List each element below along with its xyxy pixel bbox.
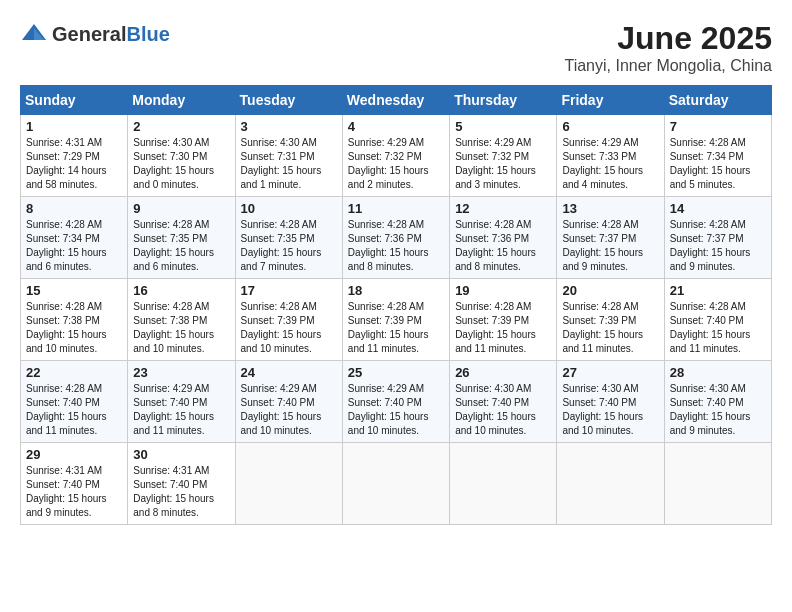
day-info: Sunrise: 4:29 AMSunset: 7:40 PMDaylight:… <box>241 383 322 436</box>
day-info: Sunrise: 4:28 AMSunset: 7:37 PMDaylight:… <box>670 219 751 272</box>
day-info: Sunrise: 4:31 AMSunset: 7:40 PMDaylight:… <box>26 465 107 518</box>
location: Tianyi, Inner Mongolia, China <box>564 57 772 75</box>
day-info: Sunrise: 4:28 AMSunset: 7:34 PMDaylight:… <box>670 137 751 190</box>
table-row: 11Sunrise: 4:28 AMSunset: 7:36 PMDayligh… <box>342 197 449 279</box>
col-friday: Friday <box>557 86 664 115</box>
day-info: Sunrise: 4:28 AMSunset: 7:39 PMDaylight:… <box>562 301 643 354</box>
day-info: Sunrise: 4:29 AMSunset: 7:33 PMDaylight:… <box>562 137 643 190</box>
table-row: 9Sunrise: 4:28 AMSunset: 7:35 PMDaylight… <box>128 197 235 279</box>
table-row: 29Sunrise: 4:31 AMSunset: 7:40 PMDayligh… <box>21 443 128 525</box>
day-info: Sunrise: 4:28 AMSunset: 7:37 PMDaylight:… <box>562 219 643 272</box>
day-number: 24 <box>241 365 337 380</box>
day-info: Sunrise: 4:29 AMSunset: 7:32 PMDaylight:… <box>348 137 429 190</box>
day-number: 3 <box>241 119 337 134</box>
month-year: June 2025 <box>564 20 772 57</box>
table-row: 30Sunrise: 4:31 AMSunset: 7:40 PMDayligh… <box>128 443 235 525</box>
logo: GeneralBlue <box>20 20 170 48</box>
day-number: 19 <box>455 283 551 298</box>
table-row: 16Sunrise: 4:28 AMSunset: 7:38 PMDayligh… <box>128 279 235 361</box>
table-row: 2Sunrise: 4:30 AMSunset: 7:30 PMDaylight… <box>128 115 235 197</box>
col-sunday: Sunday <box>21 86 128 115</box>
table-row: 21Sunrise: 4:28 AMSunset: 7:40 PMDayligh… <box>664 279 771 361</box>
logo-icon <box>20 20 48 48</box>
table-row: 13Sunrise: 4:28 AMSunset: 7:37 PMDayligh… <box>557 197 664 279</box>
day-info: Sunrise: 4:31 AMSunset: 7:29 PMDaylight:… <box>26 137 107 190</box>
calendar-week-row: 8Sunrise: 4:28 AMSunset: 7:34 PMDaylight… <box>21 197 772 279</box>
table-row: 17Sunrise: 4:28 AMSunset: 7:39 PMDayligh… <box>235 279 342 361</box>
table-row: 20Sunrise: 4:28 AMSunset: 7:39 PMDayligh… <box>557 279 664 361</box>
calendar-week-row: 29Sunrise: 4:31 AMSunset: 7:40 PMDayligh… <box>21 443 772 525</box>
day-info: Sunrise: 4:28 AMSunset: 7:34 PMDaylight:… <box>26 219 107 272</box>
table-row <box>450 443 557 525</box>
calendar-week-row: 22Sunrise: 4:28 AMSunset: 7:40 PMDayligh… <box>21 361 772 443</box>
day-number: 22 <box>26 365 122 380</box>
day-number: 20 <box>562 283 658 298</box>
day-info: Sunrise: 4:28 AMSunset: 7:35 PMDaylight:… <box>133 219 214 272</box>
day-info: Sunrise: 4:28 AMSunset: 7:38 PMDaylight:… <box>133 301 214 354</box>
table-row <box>235 443 342 525</box>
day-info: Sunrise: 4:28 AMSunset: 7:35 PMDaylight:… <box>241 219 322 272</box>
col-wednesday: Wednesday <box>342 86 449 115</box>
col-saturday: Saturday <box>664 86 771 115</box>
logo-blue: Blue <box>126 23 169 45</box>
day-info: Sunrise: 4:29 AMSunset: 7:40 PMDaylight:… <box>348 383 429 436</box>
day-info: Sunrise: 4:31 AMSunset: 7:40 PMDaylight:… <box>133 465 214 518</box>
day-number: 8 <box>26 201 122 216</box>
day-number: 17 <box>241 283 337 298</box>
day-info: Sunrise: 4:28 AMSunset: 7:39 PMDaylight:… <box>348 301 429 354</box>
day-number: 27 <box>562 365 658 380</box>
table-row: 8Sunrise: 4:28 AMSunset: 7:34 PMDaylight… <box>21 197 128 279</box>
day-info: Sunrise: 4:30 AMSunset: 7:40 PMDaylight:… <box>562 383 643 436</box>
day-number: 4 <box>348 119 444 134</box>
table-row: 10Sunrise: 4:28 AMSunset: 7:35 PMDayligh… <box>235 197 342 279</box>
table-row: 28Sunrise: 4:30 AMSunset: 7:40 PMDayligh… <box>664 361 771 443</box>
day-number: 5 <box>455 119 551 134</box>
table-row: 18Sunrise: 4:28 AMSunset: 7:39 PMDayligh… <box>342 279 449 361</box>
day-info: Sunrise: 4:29 AMSunset: 7:40 PMDaylight:… <box>133 383 214 436</box>
day-info: Sunrise: 4:28 AMSunset: 7:36 PMDaylight:… <box>455 219 536 272</box>
table-row: 7Sunrise: 4:28 AMSunset: 7:34 PMDaylight… <box>664 115 771 197</box>
table-row: 4Sunrise: 4:29 AMSunset: 7:32 PMDaylight… <box>342 115 449 197</box>
day-number: 23 <box>133 365 229 380</box>
col-thursday: Thursday <box>450 86 557 115</box>
day-number: 12 <box>455 201 551 216</box>
day-number: 30 <box>133 447 229 462</box>
day-number: 13 <box>562 201 658 216</box>
day-info: Sunrise: 4:28 AMSunset: 7:39 PMDaylight:… <box>455 301 536 354</box>
table-row: 3Sunrise: 4:30 AMSunset: 7:31 PMDaylight… <box>235 115 342 197</box>
table-row: 14Sunrise: 4:28 AMSunset: 7:37 PMDayligh… <box>664 197 771 279</box>
day-number: 16 <box>133 283 229 298</box>
day-info: Sunrise: 4:30 AMSunset: 7:40 PMDaylight:… <box>455 383 536 436</box>
day-number: 21 <box>670 283 766 298</box>
calendar-table: Sunday Monday Tuesday Wednesday Thursday… <box>20 85 772 525</box>
table-row: 27Sunrise: 4:30 AMSunset: 7:40 PMDayligh… <box>557 361 664 443</box>
col-monday: Monday <box>128 86 235 115</box>
table-row: 1Sunrise: 4:31 AMSunset: 7:29 PMDaylight… <box>21 115 128 197</box>
calendar-week-row: 1Sunrise: 4:31 AMSunset: 7:29 PMDaylight… <box>21 115 772 197</box>
calendar-header-row: Sunday Monday Tuesday Wednesday Thursday… <box>21 86 772 115</box>
day-number: 26 <box>455 365 551 380</box>
col-tuesday: Tuesday <box>235 86 342 115</box>
table-row: 25Sunrise: 4:29 AMSunset: 7:40 PMDayligh… <box>342 361 449 443</box>
day-number: 14 <box>670 201 766 216</box>
day-info: Sunrise: 4:29 AMSunset: 7:32 PMDaylight:… <box>455 137 536 190</box>
table-row: 5Sunrise: 4:29 AMSunset: 7:32 PMDaylight… <box>450 115 557 197</box>
day-number: 11 <box>348 201 444 216</box>
day-info: Sunrise: 4:30 AMSunset: 7:30 PMDaylight:… <box>133 137 214 190</box>
day-info: Sunrise: 4:28 AMSunset: 7:40 PMDaylight:… <box>670 301 751 354</box>
calendar-week-row: 15Sunrise: 4:28 AMSunset: 7:38 PMDayligh… <box>21 279 772 361</box>
day-number: 18 <box>348 283 444 298</box>
logo-general: General <box>52 23 126 45</box>
day-info: Sunrise: 4:30 AMSunset: 7:31 PMDaylight:… <box>241 137 322 190</box>
day-number: 2 <box>133 119 229 134</box>
table-row <box>342 443 449 525</box>
day-info: Sunrise: 4:28 AMSunset: 7:38 PMDaylight:… <box>26 301 107 354</box>
title-block: June 2025 Tianyi, Inner Mongolia, China <box>564 20 772 75</box>
day-number: 25 <box>348 365 444 380</box>
table-row: 22Sunrise: 4:28 AMSunset: 7:40 PMDayligh… <box>21 361 128 443</box>
day-number: 1 <box>26 119 122 134</box>
table-row: 19Sunrise: 4:28 AMSunset: 7:39 PMDayligh… <box>450 279 557 361</box>
day-number: 28 <box>670 365 766 380</box>
day-info: Sunrise: 4:30 AMSunset: 7:40 PMDaylight:… <box>670 383 751 436</box>
table-row: 24Sunrise: 4:29 AMSunset: 7:40 PMDayligh… <box>235 361 342 443</box>
